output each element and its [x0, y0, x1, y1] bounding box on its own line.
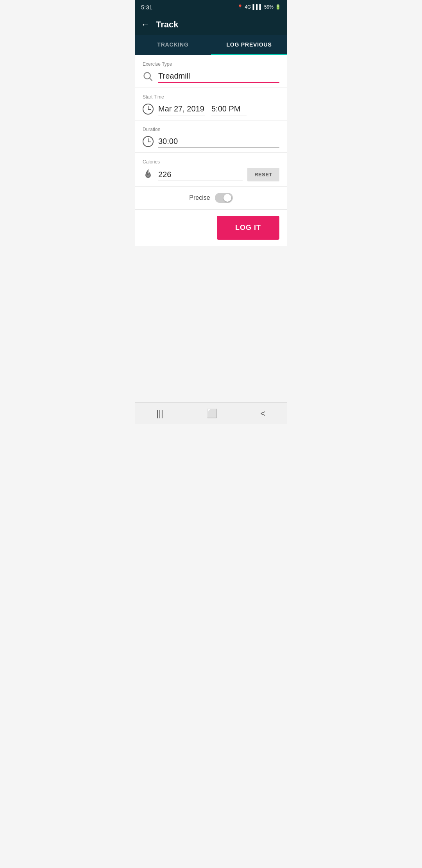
calories-section: Calories RESET: [135, 153, 287, 187]
precise-label: Precise: [189, 194, 210, 201]
duration-input[interactable]: [158, 135, 279, 148]
start-time-input[interactable]: [211, 103, 247, 115]
network-icon: 4G: [245, 4, 251, 10]
page-title: Track: [156, 20, 179, 30]
calories-input-wrap: [158, 169, 243, 181]
calories-row: RESET: [143, 168, 279, 181]
calories-input[interactable]: [158, 169, 243, 181]
duration-row: [143, 135, 279, 148]
empty-area: [135, 246, 287, 402]
home-button[interactable]: ⬜: [207, 409, 217, 419]
fire-icon: [143, 169, 154, 180]
status-time: 5:31: [141, 4, 152, 11]
exercise-type-row: [143, 70, 279, 83]
exercise-type-input[interactable]: [158, 70, 279, 83]
log-it-button[interactable]: LOG IT: [217, 216, 279, 240]
battery-percent: 59%: [264, 4, 274, 10]
signal-bars-icon: ▌▌▌: [252, 4, 263, 10]
start-time-section: Start Time: [135, 88, 287, 120]
duration-section: Duration: [135, 120, 287, 153]
calories-label: Calories: [143, 159, 279, 165]
search-icon: [143, 71, 154, 82]
back-button[interactable]: ←: [141, 20, 150, 30]
form-content: Exercise Type Start Time Duration Ca: [135, 55, 287, 246]
back-nav-button[interactable]: <: [261, 409, 266, 419]
duration-clock-icon: [143, 136, 154, 147]
status-bar: 5:31 📍 4G ▌▌▌ 59% 🔋: [135, 0, 287, 14]
bottom-nav: ||| ⬜ <: [135, 402, 287, 424]
time-inputs: [158, 103, 247, 115]
svg-line-1: [150, 78, 152, 81]
reset-button[interactable]: RESET: [247, 168, 279, 181]
status-icons: 📍 4G ▌▌▌ 59% 🔋: [237, 4, 281, 10]
start-time-row: [143, 103, 279, 115]
log-section: LOG IT: [135, 210, 287, 246]
precise-toggle[interactable]: [215, 193, 233, 203]
precise-row: Precise: [135, 187, 287, 209]
tab-log-previous[interactable]: LOG PREVIOUS: [211, 35, 287, 54]
duration-label: Duration: [143, 127, 279, 132]
recent-apps-button[interactable]: |||: [156, 409, 163, 419]
location-icon: 📍: [237, 4, 243, 10]
clock-icon: [143, 104, 154, 115]
exercise-type-label: Exercise Type: [143, 61, 279, 67]
svg-point-0: [144, 72, 150, 79]
header: ← Track: [135, 14, 287, 35]
start-time-label: Start Time: [143, 94, 279, 100]
tab-tracking[interactable]: TRACKING: [135, 35, 211, 54]
exercise-type-section: Exercise Type: [135, 55, 287, 88]
battery-icon: 🔋: [275, 4, 281, 10]
start-date-input[interactable]: [158, 103, 205, 115]
tabs-bar: TRACKING LOG PREVIOUS: [135, 35, 287, 55]
